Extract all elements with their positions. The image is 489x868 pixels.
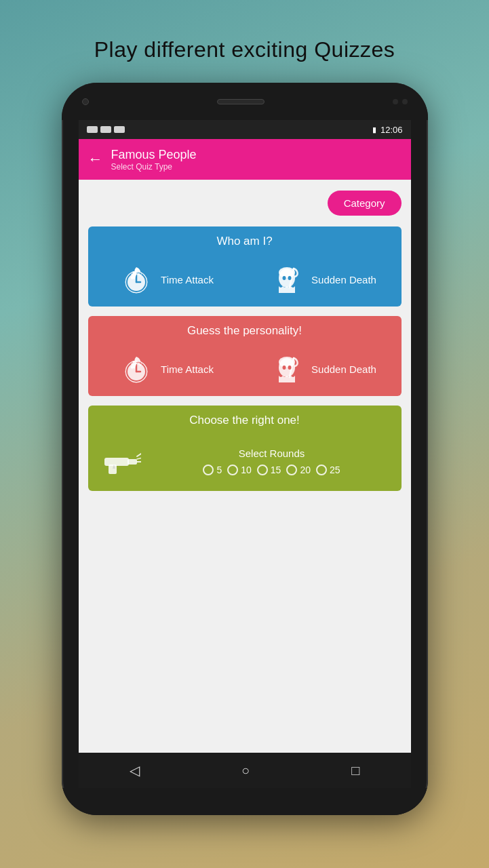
round-label-15: 15 [271, 465, 281, 475]
round-option-25[interactable]: 25 [316, 465, 340, 475]
round-option-15[interactable]: 15 [257, 465, 281, 475]
app-bar-titles: Famous People Select Quiz Type [111, 148, 197, 172]
svg-point-16 [283, 366, 286, 370]
earpiece-speaker [217, 99, 265, 104]
page-title: Play different exciting Quizzes [94, 37, 395, 62]
clock-fire-icon-2 [119, 351, 154, 387]
svg-point-8 [288, 276, 292, 280]
content-area: Category Who am I? [79, 180, 411, 753]
clock-fire-icon-1 [119, 262, 154, 297]
sudden-death-option-2[interactable]: Sudden Death [245, 351, 402, 387]
phone-top-bezel [62, 83, 428, 120]
nav-home-button[interactable]: ○ [241, 763, 250, 778]
gun-icon [98, 444, 141, 478]
quiz-card-who-am-i: Who am I? [88, 226, 402, 307]
radio-circle-5 [203, 465, 214, 475]
nav-recent-button[interactable]: □ [351, 763, 359, 778]
svg-line-23 [137, 458, 141, 459]
quiz-card-choose-header: Choose the right one! [88, 406, 402, 434]
notification-icon-2 [100, 126, 111, 133]
time-attack-label-2: Time Attack [161, 363, 214, 375]
status-icons [87, 126, 125, 133]
radio-circle-15 [257, 465, 268, 475]
quiz-card-who-am-i-header: Who am I? [88, 226, 402, 255]
round-option-10[interactable]: 10 [227, 465, 252, 475]
notification-icon-1 [87, 126, 98, 133]
quiz-card-guess-header: Guess the personality! [88, 316, 402, 344]
grim-reaper-icon-1 [269, 262, 305, 297]
app-bar: ← Famous People Select Quiz Type [79, 139, 411, 180]
svg-point-17 [288, 366, 292, 370]
grim-reaper-icon-2 [269, 351, 305, 387]
nav-back-button[interactable]: ◁ [130, 762, 140, 778]
battery-icon: ▮ [372, 125, 376, 134]
app-bar-title: Famous People [111, 148, 197, 162]
radio-circle-20 [286, 465, 297, 475]
round-label-5: 5 [216, 465, 222, 475]
quiz-card-who-am-i-body: Time Attack [88, 255, 402, 307]
round-label-25: 25 [330, 465, 340, 475]
time-attack-option-1[interactable]: Time Attack [88, 262, 245, 297]
radio-row: 5 10 15 [152, 465, 392, 475]
sensor-dot [393, 99, 398, 104]
phone-bottom-bezel [62, 788, 428, 815]
radio-circle-10 [227, 465, 238, 475]
gun-icon-area [98, 441, 145, 481]
sudden-death-label-2: Sudden Death [311, 363, 376, 375]
quiz-card-choose-title: Choose the right one! [189, 414, 300, 427]
svg-rect-18 [104, 458, 129, 466]
sensor-dot-2 [402, 99, 408, 104]
svg-rect-20 [109, 465, 117, 474]
front-camera [82, 98, 89, 105]
svg-line-21 [137, 454, 141, 456]
round-label-10: 10 [241, 465, 252, 475]
sudden-death-option-1[interactable]: Sudden Death [245, 262, 402, 297]
phone-screen: ▮ 12:06 ← Famous People Select Quiz Type… [79, 120, 411, 788]
back-button[interactable]: ← [88, 151, 103, 168]
status-time: 12:06 [380, 125, 403, 135]
quiz-card-guess-title: Guess the personality! [187, 324, 302, 337]
time-attack-label-1: Time Attack [161, 274, 214, 285]
round-option-20[interactable]: 20 [286, 465, 311, 475]
phone-nav-bar: ◁ ○ □ [79, 753, 411, 788]
quiz-card-choose-right: Choose the right one! [88, 406, 402, 491]
select-rounds-label: Select Rounds [152, 448, 392, 459]
time-attack-option-2[interactable]: Time Attack [88, 351, 245, 387]
category-btn-row: Category [88, 191, 402, 216]
rounds-body: Select Rounds 5 10 [88, 434, 402, 491]
phone-device: ▮ 12:06 ← Famous People Select Quiz Type… [62, 83, 428, 815]
quiz-card-guess-personality: Guess the personality! [88, 316, 402, 396]
round-label-20: 20 [300, 465, 311, 475]
round-option-5[interactable]: 5 [203, 465, 222, 475]
quiz-card-guess-body: Time Attack [88, 344, 402, 396]
rounds-header-row: Select Rounds 5 10 [98, 441, 392, 481]
svg-rect-19 [128, 459, 137, 465]
status-bar: ▮ 12:06 [79, 120, 411, 139]
svg-point-7 [283, 276, 286, 280]
category-button[interactable]: Category [328, 191, 402, 216]
rounds-right: Select Rounds 5 10 [152, 448, 392, 475]
radio-circle-25 [316, 465, 327, 475]
quiz-card-who-am-i-title: Who am I? [216, 235, 272, 248]
sudden-death-label-1: Sudden Death [311, 274, 376, 285]
sensor-area [393, 99, 408, 104]
app-bar-subtitle: Select Quiz Type [111, 162, 197, 172]
notification-icon-3 [114, 126, 125, 133]
